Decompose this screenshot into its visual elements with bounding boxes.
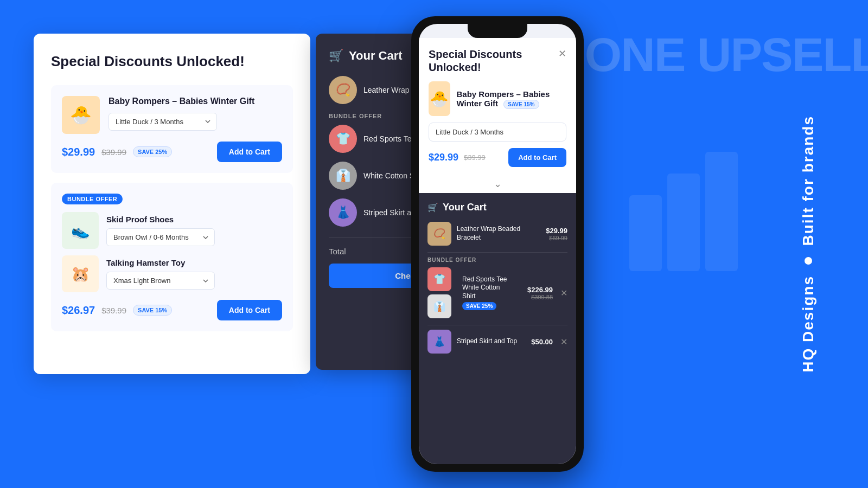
phone-add-btn[interactable]: Add to Cart [508, 148, 566, 167]
phone-product-name: Baby Rompers – Babies Winter Gift SAVE 1… [457, 89, 566, 108]
phone-cart-item-img-skirt: 👗 [427, 330, 451, 354]
save-badge-2: SAVE 15% [133, 305, 172, 316]
phone-cart-divider-2 [427, 325, 567, 325]
dot-indicator [805, 257, 812, 265]
cart-icon-middle: 🛒 [329, 49, 343, 63]
left-panel: Special Discounts Unlocked! 🐣 Baby Rompe… [34, 34, 310, 374]
right-text-2: HQ Designs [800, 275, 817, 373]
right-panel: Built for brands HQ Designs [749, 0, 868, 488]
product-card-2: BUNDLE OFFER 👟 Skid Proof Shoes Brown Ow… [51, 183, 293, 331]
phone-cart-panel: 🛒 Your Cart 📿 Leather Wrap Beaded Bracel… [419, 193, 576, 464]
add-to-cart-btn-1[interactable]: Add to Cart [217, 142, 282, 162]
product-name-1: Baby Rompers – Babies Winter Gift [108, 96, 254, 107]
price-old-2: $39.99 [101, 306, 126, 315]
phone-bundle-price-new: $226.99 [515, 286, 553, 294]
phone-cart-price-new-skirt: $50.00 [531, 338, 553, 346]
phone-product-img: 🐣 [429, 81, 450, 116]
phone-cart-item-img-bracelet: 📿 [427, 222, 451, 246]
phone-cart-divider-1 [427, 252, 567, 253]
product-card-1: 🐣 Baby Rompers – Babies Winter Gift Litt… [51, 85, 293, 173]
phone-price-old: $39.99 [464, 153, 486, 162]
phone-notch [468, 24, 527, 38]
phone-price-row: $29.99 $39.99 Add to Cart [429, 148, 566, 167]
phone-cart-item-name-shirt: White Cotton Shirt [462, 284, 509, 300]
cart-item-img-tee: 👕 [329, 125, 357, 153]
phone-cart-item-img-shirt: 👔 [427, 294, 451, 318]
phone-cart-item-bracelet: 📿 Leather Wrap Beaded Bracelet $29.99 $6… [427, 222, 567, 246]
phone-panel-title: Special DiscountsUnlocked! [429, 48, 566, 74]
phone-close-btn[interactable]: ✕ [558, 48, 566, 60]
phone-bundle-save-tag: SAVE 25% [462, 302, 496, 310]
phone-cart-icon: 🛒 [427, 202, 438, 213]
phone-price-new: $29.99 [429, 152, 458, 163]
phone-cart-item-name-tee: Red Sports Tee [462, 275, 509, 284]
phone-bundle-label: BUNDLE OFFER [427, 257, 567, 263]
phone-save-badge: SAVE 15% [503, 100, 539, 109]
cart-title-middle: Your Cart [349, 49, 403, 63]
cart-total-label: Total [329, 247, 346, 256]
variant-select-2[interactable]: Brown Owl / 0-6 Months [106, 228, 215, 246]
phone-cart-title: Your Cart [443, 202, 487, 213]
phone-product-row: 🐣 Baby Rompers – Babies Winter Gift SAVE… [429, 81, 566, 116]
price-new-2: $26.97 [62, 304, 95, 317]
phone-cart-header: 🛒 Your Cart [427, 202, 567, 213]
price-old-1: $39.99 [101, 147, 126, 157]
phone-chevron: ⌄ [419, 175, 576, 193]
cart-item-img-bracelet: 📿 [329, 76, 357, 104]
phone-cart-price-old-bracelet: $69.99 [546, 235, 567, 241]
phone-bundle-prices: $226.99 $399.88 [515, 286, 553, 300]
phone-cart-item-name-skirt: Striped Skirt and Top [457, 337, 526, 346]
phone-bundle-price-old: $399.88 [515, 294, 553, 300]
phone-bundle-remove-btn[interactable]: ✕ [560, 288, 567, 298]
left-panel-title: Special Discounts Unlocked! [51, 53, 293, 70]
phone-cart-item-skirt: 👗 Striped Skirt and Top $50.00 ✕ [427, 330, 567, 354]
variant-select-3[interactable]: Xmas Light Brown [106, 272, 215, 290]
bundle-img-hamster: 🐹 [62, 255, 99, 292]
phone-variant-select[interactable]: Little Duck / 3 Months [429, 123, 566, 142]
add-to-cart-btn-2[interactable]: Add to Cart [217, 300, 282, 320]
bg-rect-1 [705, 152, 738, 271]
bg-rect-2 [667, 174, 700, 271]
bundle-product-name-1: Skid Proof Shoes [106, 215, 282, 224]
bundle-img-shoe: 👟 [62, 212, 99, 249]
save-badge-1: SAVE 25% [133, 146, 172, 157]
phone-skirt-remove-btn[interactable]: ✕ [560, 337, 567, 347]
phone-cart-item-tee: 👕 👔 Red Sports Tee White Cotton Shirt SA… [427, 267, 567, 318]
phone-screen: ✕ Special DiscountsUnlocked! 🐣 Baby Romp… [419, 24, 576, 464]
phone-cart-item-img-tee: 👕 [427, 267, 451, 291]
product-img-1: 🐣 [62, 96, 100, 134]
phone-content: ✕ Special DiscountsUnlocked! 🐣 Baby Romp… [419, 38, 576, 464]
cart-item-img-skirt: 👗 [329, 198, 357, 227]
bundle-product-name-2: Talking Hamster Toy [106, 258, 282, 267]
bundle-product-1: 👟 Skid Proof Shoes Brown Owl / 0-6 Month… [62, 212, 282, 249]
bundle-badge: BUNDLE OFFER [62, 194, 123, 204]
bg-rect-3 [629, 195, 662, 271]
price-new-1: $29.99 [62, 146, 95, 158]
phone-cart-price-new-bracelet: $29.99 [546, 227, 567, 235]
variant-select-1[interactable]: Little Duck / 3 Months Little Duck / 6 M… [108, 113, 217, 131]
phone-cart-price-bracelet: $29.99 $69.99 [546, 227, 567, 241]
phone-frame: ✕ Special DiscountsUnlocked! 🐣 Baby Romp… [411, 16, 584, 472]
phone-cart-price-skirt: $50.00 [531, 338, 553, 346]
phone-discount-panel: ✕ Special DiscountsUnlocked! 🐣 Baby Romp… [419, 38, 576, 175]
phone-cart-item-name-bracelet: Leather Wrap Beaded Bracelet [457, 225, 540, 242]
cart-item-img-shirt: 👔 [329, 162, 357, 190]
right-text-1: Built for brands [800, 115, 817, 246]
bundle-product-2: 🐹 Talking Hamster Toy Xmas Light Brown [62, 255, 282, 292]
